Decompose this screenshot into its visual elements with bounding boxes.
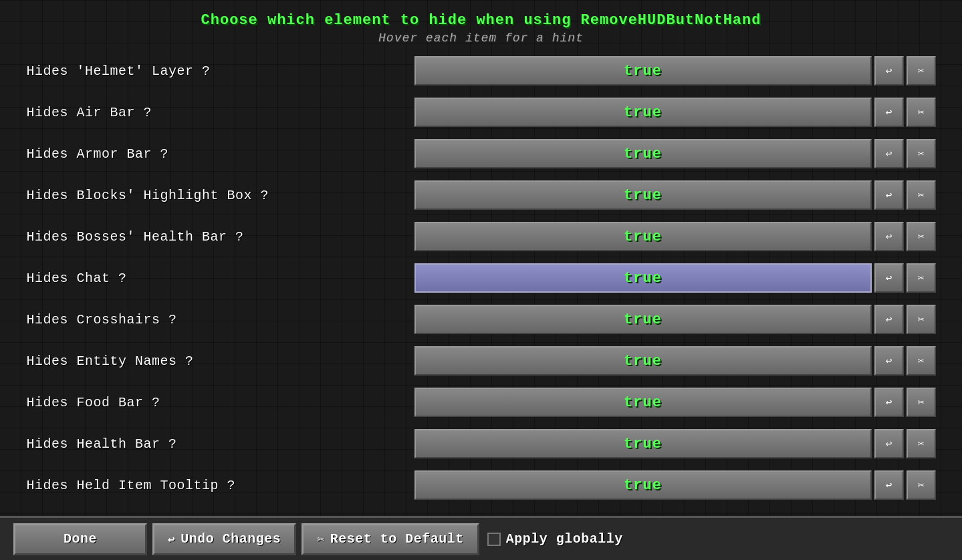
setting-undo-icon-button[interactable]: ↩ — [874, 263, 904, 293]
setting-row: Hides Held Item Tooltip ?true↩✂ — [27, 466, 936, 505]
setting-value-button[interactable]: true — [414, 180, 872, 210]
setting-value-text: true — [624, 270, 662, 287]
setting-value-text: true — [624, 436, 662, 452]
setting-reset-icon-button[interactable]: ✂ — [907, 346, 936, 376]
settings-scroll-area[interactable]: Hides 'Helmet' Layer ?true↩✂Hides Air Ba… — [13, 51, 949, 516]
undo-icon: ↩ — [168, 532, 175, 547]
setting-undo-icon-button[interactable]: ↩ — [874, 180, 904, 210]
setting-row: Hides Health Bar ?true↩✂ — [27, 424, 936, 463]
apply-globally-container[interactable]: Apply globally — [487, 531, 623, 547]
setting-reset-icon-button[interactable]: ✂ — [907, 98, 936, 127]
setting-reset-icon-button[interactable]: ✂ — [907, 429, 936, 458]
setting-value-text: true — [624, 311, 662, 328]
setting-value-text: true — [624, 229, 662, 245]
setting-label: Hides Held Item Tooltip ? — [27, 478, 414, 493]
setting-label: Hides Entity Names ? — [27, 354, 414, 369]
setting-value-button[interactable]: true — [414, 346, 872, 376]
setting-reset-icon-button[interactable]: ✂ — [907, 56, 936, 86]
setting-undo-icon-button[interactable]: ↩ — [874, 98, 904, 127]
setting-value-text: true — [624, 187, 662, 204]
setting-undo-icon-button[interactable]: ↩ — [874, 388, 904, 417]
setting-value-button[interactable]: true — [414, 305, 872, 334]
setting-row: Hides Entity Names ?true↩✂ — [27, 341, 936, 380]
setting-row: Hides Bosses' Health Bar ?true↩✂ — [27, 217, 936, 256]
reset-label: Reset to Default — [330, 531, 464, 547]
setting-reset-icon-button[interactable]: ✂ — [907, 263, 936, 293]
setting-reset-icon-button[interactable]: ✂ — [907, 470, 936, 500]
setting-undo-icon-button[interactable]: ↩ — [874, 470, 904, 500]
setting-value-text: true — [624, 63, 662, 80]
header: Choose which element to hide when using … — [0, 0, 962, 51]
setting-value-button[interactable]: true — [414, 98, 872, 127]
setting-row: Hides Blocks' Highlight Box ?true↩✂ — [27, 176, 936, 215]
setting-reset-icon-button[interactable]: ✂ — [907, 222, 936, 251]
done-button[interactable]: Done — [13, 523, 147, 555]
page-subtitle: Hover each item for a hint — [13, 31, 949, 45]
setting-undo-icon-button[interactable]: ↩ — [874, 346, 904, 376]
setting-reset-icon-button[interactable]: ✂ — [907, 388, 936, 417]
apply-globally-checkbox[interactable] — [487, 533, 501, 546]
setting-undo-icon-button[interactable]: ↩ — [874, 222, 904, 251]
setting-undo-icon-button[interactable]: ↩ — [874, 139, 904, 168]
setting-value-button[interactable]: true — [414, 388, 872, 417]
setting-value-button[interactable]: true — [414, 139, 872, 168]
setting-row: Hides Chat ?true↩✂ — [27, 259, 936, 297]
setting-label: Hides Health Bar ? — [27, 436, 414, 452]
setting-undo-icon-button[interactable]: ↩ — [874, 56, 904, 86]
setting-undo-icon-button[interactable]: ↩ — [874, 305, 904, 334]
setting-value-text: true — [624, 394, 662, 411]
setting-row: Hides 'Helmet' Layer ?true↩✂ — [27, 51, 936, 90]
setting-reset-icon-button[interactable]: ✂ — [907, 180, 936, 210]
setting-undo-icon-button[interactable]: ↩ — [874, 429, 904, 458]
setting-value-text: true — [624, 353, 662, 370]
setting-label: Hides Blocks' Highlight Box ? — [27, 188, 414, 203]
setting-value-button[interactable]: true — [414, 56, 872, 86]
undo-label: Undo Changes — [181, 531, 281, 547]
setting-row: Hides Crosshairs ?true↩✂ — [27, 300, 936, 339]
page-title: Choose which element to hide when using … — [13, 12, 949, 29]
setting-value-text: true — [624, 477, 662, 494]
setting-row: Hides Food Bar ?true↩✂ — [27, 383, 936, 422]
setting-value-button[interactable]: true — [414, 222, 872, 251]
apply-globally-label: Apply globally — [506, 531, 623, 547]
setting-row: Hides Armor Bar ?true↩✂ — [27, 134, 936, 173]
reset-button[interactable]: ✂ Reset to Default — [302, 523, 479, 555]
setting-label: Hides Chat ? — [27, 271, 414, 286]
setting-label: Hides Armor Bar ? — [27, 146, 414, 162]
setting-label: Hides Crosshairs ? — [27, 312, 414, 327]
setting-value-button[interactable]: true — [414, 470, 872, 500]
setting-label: Hides Food Bar ? — [27, 395, 414, 410]
setting-label: Hides 'Helmet' Layer ? — [27, 63, 414, 79]
setting-value-button[interactable]: true — [414, 263, 872, 293]
setting-label: Hides Air Bar ? — [27, 105, 414, 120]
setting-reset-icon-button[interactable]: ✂ — [907, 139, 936, 168]
footer: Done ↩ Undo Changes ✂ Reset to Default A… — [0, 516, 962, 560]
reset-icon: ✂ — [317, 532, 324, 547]
setting-reset-icon-button[interactable]: ✂ — [907, 305, 936, 334]
setting-value-button[interactable]: true — [414, 429, 872, 458]
setting-value-text: true — [624, 104, 662, 121]
setting-row: Hides Air Bar ?true↩✂ — [27, 93, 936, 132]
setting-label: Hides Bosses' Health Bar ? — [27, 229, 414, 245]
undo-button[interactable]: ↩ Undo Changes — [152, 523, 296, 555]
setting-value-text: true — [624, 146, 662, 162]
